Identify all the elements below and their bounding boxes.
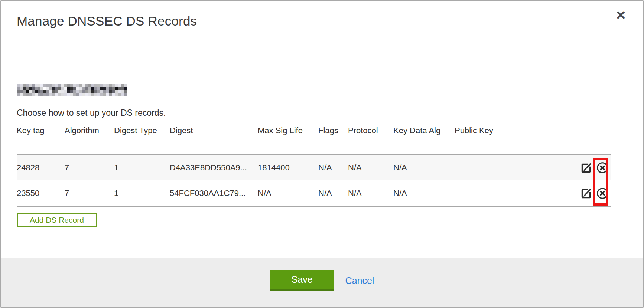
col-header-algorithm: Algorithm [65,126,114,154]
dialog-title: Manage DNSSEC DS Records [17,13,627,29]
col-header-key-data-alg: Key Data Alg [393,126,455,154]
cell-key-tag: 24828 [17,154,65,180]
instruction-text: Choose how to set up your DS records. [17,108,627,118]
ds-records-table-wrap: Key tag Algorithm Digest Type Digest Max… [17,126,627,207]
manage-dnssec-dialog: ✕ Manage DNSSEC DS Records Choose how to… [0,0,644,308]
cancel-link[interactable]: Cancel [345,275,374,286]
cell-algorithm: 7 [65,154,114,180]
delete-record-button[interactable] [596,187,609,200]
col-header-digest: Digest [170,126,258,154]
edit-icon [580,161,592,174]
table-row: 23550 7 1 54FCF030AA1C79... N/A N/A N/A … [17,180,611,206]
cell-public-key [455,154,570,180]
cell-flags: N/A [318,180,348,206]
close-icon: ✕ [616,8,627,22]
col-header-protocol: Protocol [348,126,393,154]
col-header-max-sig-life: Max Sig Life [258,126,318,154]
dialog-content: Manage DNSSEC DS Records Choose how to s… [1,13,643,227]
cell-key-tag: 23550 [17,180,65,206]
dialog-footer: Save Cancel [1,258,643,307]
edit-icon [580,187,592,200]
close-button[interactable]: ✕ [616,9,627,22]
delete-record-button[interactable] [596,161,609,174]
redacted-domain-name [17,84,127,96]
cell-max-sig-life: N/A [258,180,318,206]
cell-key-data-alg: N/A [393,154,455,180]
add-ds-record-button[interactable]: Add DS Record [17,213,97,227]
cell-digest: 54FCF030AA1C79... [170,180,258,206]
cell-digest: D4A33E8DD550A9... [170,154,258,180]
footer-actions: Save Cancel [270,270,374,291]
cell-max-sig-life: 1814400 [258,154,318,180]
table-row: 24828 7 1 D4A33E8DD550A9... 1814400 N/A … [17,154,611,180]
col-header-digest-type: Digest Type [114,126,170,154]
save-button[interactable]: Save [270,270,334,291]
cell-public-key [455,180,570,206]
cell-protocol: N/A [348,180,393,206]
cell-protocol: N/A [348,154,393,180]
col-header-flags: Flags [318,126,348,154]
col-header-public-key: Public Key [455,126,570,154]
cell-flags: N/A [318,154,348,180]
cell-algorithm: 7 [65,180,114,206]
cell-actions [570,154,611,180]
cell-digest-type: 1 [114,154,170,180]
ds-records-table: Key tag Algorithm Digest Type Digest Max… [17,126,611,207]
cell-actions [570,180,611,206]
delete-icon [596,161,609,174]
edit-record-button[interactable] [580,161,592,174]
cell-digest-type: 1 [114,180,170,206]
cell-key-data-alg: N/A [393,180,455,206]
edit-record-button[interactable] [580,187,592,200]
delete-icon [596,187,609,200]
col-header-actions [570,126,611,154]
col-header-key-tag: Key tag [17,126,65,154]
table-header-row: Key tag Algorithm Digest Type Digest Max… [17,126,611,154]
